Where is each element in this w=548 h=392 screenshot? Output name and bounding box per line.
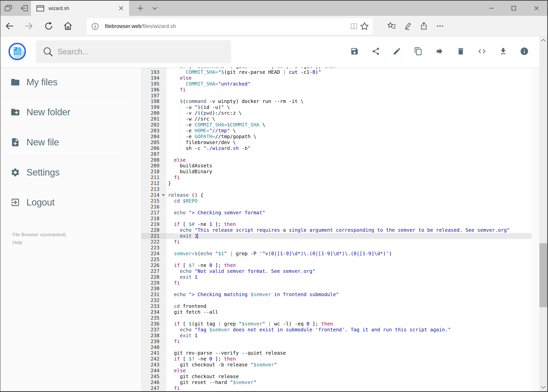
share-icon[interactable] — [420, 18, 429, 34]
code-line[interactable]: fi — [166, 339, 531, 344]
minimize-button[interactable] — [486, 0, 497, 16]
code-line[interactable]: echo "This release script requires a sin… — [166, 227, 531, 233]
code-line[interactable]: } — [166, 181, 531, 186]
code-line[interactable]: git checkout -b release "$semver" — [166, 362, 531, 368]
download-icon[interactable] — [499, 47, 507, 56]
delete-icon[interactable] — [457, 47, 465, 56]
code-line[interactable] — [166, 286, 531, 292]
code-line[interactable]: exit 1 — [166, 333, 531, 339]
code-line[interactable]: if [ $? -ne 0 ]; then — [166, 262, 531, 268]
code-line[interactable] — [166, 204, 531, 210]
code-line[interactable] — [166, 315, 531, 321]
close-window-button[interactable] — [531, 0, 542, 16]
code-line[interactable] — [166, 151, 531, 157]
save-icon[interactable] — [350, 47, 359, 56]
url-box[interactable]: filebrowser.web/files/wizard.sh — [87, 18, 373, 35]
code-line[interactable]: fi — [166, 87, 531, 93]
code-line[interactable]: -w //src \ — [166, 116, 531, 122]
code-line[interactable]: buildBinary — [166, 169, 531, 175]
code-line[interactable] — [166, 93, 531, 99]
scroll-down-icon[interactable] — [541, 386, 546, 389]
fold-caret-icon[interactable] — [162, 194, 165, 196]
sidebar-item-my-files[interactable]: My files — [0, 72, 141, 92]
help-link[interactable]: Help — [13, 240, 22, 245]
code-editor[interactable]: 1931941951961971981992002012022032042052… — [141, 68, 531, 391]
site-info-icon[interactable] — [91, 22, 99, 30]
code-line[interactable]: filebrowser/dev \ — [166, 140, 531, 145]
code-line[interactable]: cd $REPO — [166, 198, 531, 204]
info-icon[interactable] — [520, 47, 528, 55]
code-line[interactable]: -e GOPATH=//tmp/gopath \ — [166, 134, 531, 140]
new-tab-icon[interactable] — [136, 0, 145, 16]
favorite-star-icon[interactable] — [360, 22, 369, 31]
code-line[interactable]: if [ $(git tag | grep "$semver" | wc -l)… — [166, 321, 531, 327]
code-line[interactable]: echo "> Checking matching $semver in fro… — [166, 292, 531, 297]
hub-favorites-icon[interactable] — [387, 18, 396, 34]
sidebar-item-settings[interactable]: Settings — [0, 163, 141, 182]
code-line[interactable]: $(command -v winpty) docker run --rm -it… — [166, 98, 531, 104]
code-line[interactable] — [166, 344, 531, 350]
code-line[interactable]: echo "> Checking semver format" — [166, 210, 531, 216]
code-line[interactable]: git reset --hard "$semver" — [166, 379, 531, 385]
code-line[interactable]: git checkout release — [166, 374, 531, 379]
share-file-icon[interactable] — [372, 47, 380, 56]
reading-view-icon[interactable] — [350, 22, 358, 31]
code-line[interactable]: git rev-parse --verify --quiet release — [166, 350, 531, 356]
code-line[interactable]: else — [166, 368, 531, 374]
back-icon[interactable] — [5, 18, 14, 34]
sidebar-item-new-folder[interactable]: New folder — [0, 102, 141, 122]
code-line[interactable]: sh -c "./wizard.sh -b" — [166, 145, 531, 151]
move-icon[interactable] — [435, 47, 444, 56]
web-note-pen-icon[interactable] — [403, 18, 412, 34]
code-line[interactable]: echo "Not valid semver format. See semve… — [166, 268, 531, 274]
scrollbar-thumb[interactable] — [539, 243, 547, 307]
code-line[interactable]: fi — [166, 385, 531, 391]
code-line[interactable] — [166, 297, 531, 303]
code-line[interactable]: else — [166, 75, 531, 81]
refresh-icon[interactable] — [44, 18, 53, 34]
code-line[interactable]: COMMIT_SHA="untracked" — [166, 81, 531, 87]
sidebar-item-logout[interactable]: Logout — [0, 193, 141, 212]
code-line[interactable]: cd frontend — [166, 303, 531, 309]
more-options-icon[interactable] — [436, 18, 444, 34]
browser-tab[interactable]: wizard.sh — [31, 0, 129, 16]
maximize-button[interactable] — [508, 0, 519, 16]
code-line[interactable] — [166, 257, 531, 262]
code-line[interactable]: echo "Tag $semver does not exist in subm… — [166, 327, 531, 333]
set-tabs-aside-icon[interactable] — [20, 0, 29, 16]
editor-code-area[interactable]: if [ "$(command -v git)" != "" ] && [ -d… — [166, 68, 531, 391]
code-line[interactable]: fi — [166, 175, 531, 181]
code-line[interactable]: -e HOME="//tmp" \ — [166, 128, 531, 134]
code-line[interactable] — [166, 216, 531, 222]
code-line[interactable] — [166, 245, 531, 251]
copy-icon[interactable] — [414, 47, 423, 56]
code-line[interactable]: buildAssets — [166, 163, 531, 169]
code-line[interactable]: fi — [166, 239, 531, 245]
code-line[interactable]: fi — [166, 280, 531, 286]
forward-icon[interactable] — [24, 18, 33, 34]
scroll-up-icon[interactable] — [541, 39, 546, 42]
home-icon[interactable] — [63, 18, 72, 34]
code-line[interactable]: if [ $# -ne 1 ]; then — [166, 221, 531, 227]
code-line[interactable]: exit 1 — [166, 274, 531, 280]
code-line[interactable]: -u "$(id -u)" \ — [166, 104, 531, 110]
page-scrollbar[interactable] — [539, 36, 547, 391]
close-tab-icon[interactable] — [117, 0, 126, 16]
code-line[interactable]: semver=$(echo "$1" | grep -P '^v(0|[1-9]… — [166, 251, 531, 257]
filebrowser-logo[interactable] — [8, 42, 27, 61]
search-box[interactable]: Search... — [36, 40, 231, 63]
code-line[interactable]: git fetch --all — [166, 309, 531, 315]
code-line[interactable]: COMMIT_SHA="$(git rev-parse HEAD | cut -… — [166, 69, 531, 75]
code-line[interactable]: exit 1 — [166, 233, 531, 239]
code-line[interactable]: else — [166, 157, 531, 163]
tab-list-chevron-icon[interactable] — [150, 0, 159, 16]
code-line[interactable]: -v /$(pwd):/src:z \ — [166, 110, 531, 116]
code-icon[interactable] — [478, 47, 486, 56]
code-line[interactable] — [166, 186, 531, 192]
code-line[interactable]: -e COMMIT_SHA=$COMMIT_SHA \ — [166, 122, 531, 128]
code-line[interactable]: if [ $? -ne 0 ]; then — [166, 356, 531, 362]
edit-icon[interactable] — [393, 47, 401, 56]
code-line[interactable]: if [ "$(command -v git)" != "" ] && [ -d… — [166, 68, 531, 69]
tab-preview-icon[interactable] — [4, 0, 13, 16]
code-line[interactable]: release () { — [166, 192, 531, 198]
